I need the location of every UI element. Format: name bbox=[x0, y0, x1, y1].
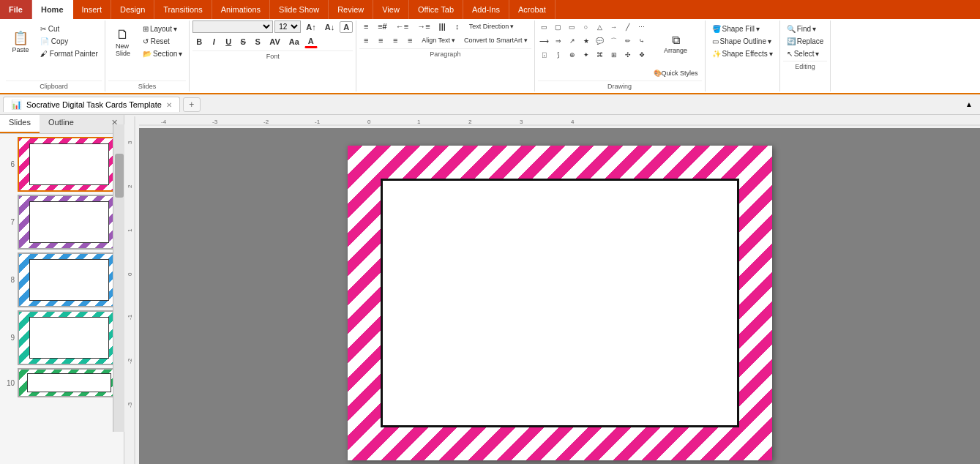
center-button[interactable]: ≡ bbox=[374, 34, 387, 46]
slide-thumb-7[interactable] bbox=[18, 195, 121, 250]
section-button[interactable]: 📂 Section ▾ bbox=[139, 48, 186, 59]
bullets-button[interactable]: ≡ bbox=[359, 20, 373, 32]
align-right-button[interactable]: ≡ bbox=[389, 34, 402, 46]
tab-officetab[interactable]: Office Tab bbox=[409, 0, 463, 19]
tab-slideshow[interactable]: Slide Show bbox=[270, 0, 329, 19]
shape-triangle[interactable]: △ bbox=[594, 20, 607, 34]
slide-thumb-10[interactable] bbox=[18, 368, 121, 397]
tab-design[interactable]: Design bbox=[111, 0, 154, 19]
shape-outline-button[interactable]: ▭ Shape Outline ▾ bbox=[708, 36, 777, 47]
shape-arrow4[interactable]: ↗ bbox=[566, 34, 579, 48]
shape-arrow[interactable]: → bbox=[607, 20, 621, 34]
shape-fill-button[interactable]: 🪣 Shape Fill ▾ bbox=[708, 23, 777, 34]
slide-thumb-6[interactable] bbox=[18, 137, 121, 192]
tab-insert[interactable]: Insert bbox=[73, 0, 112, 19]
shape-misc7[interactable]: ✣ bbox=[621, 48, 635, 61]
shape-effects-button[interactable]: ✨ Shape Effects ▾ bbox=[708, 48, 777, 59]
tab-home[interactable]: Home bbox=[32, 0, 73, 19]
underline-button[interactable]: U bbox=[222, 36, 235, 48]
ribbon-collapse-button[interactable]: ▲ bbox=[961, 99, 977, 110]
shape-misc3[interactable]: ⊕ bbox=[566, 48, 579, 61]
main-slide[interactable] bbox=[348, 146, 772, 460]
slide-item-8[interactable]: 8 bbox=[3, 252, 121, 307]
shape-freeform[interactable]: ✏ bbox=[621, 34, 635, 48]
tab-file[interactable]: File bbox=[0, 0, 32, 19]
slide-item-9[interactable]: 9 bbox=[3, 310, 121, 365]
tab-transitions[interactable]: Transitions bbox=[154, 0, 212, 19]
strikethrough-button[interactable]: S bbox=[236, 36, 250, 48]
outline-tab[interactable]: Outline bbox=[40, 115, 83, 133]
increase-font-size-button[interactable]: A↑ bbox=[302, 21, 319, 33]
tab-addins[interactable]: Add-Ins bbox=[463, 0, 509, 19]
font-color-button[interactable]: A bbox=[304, 35, 318, 48]
shape-oval[interactable]: ○ bbox=[580, 20, 593, 34]
shape-misc6[interactable]: ⊞ bbox=[607, 48, 621, 61]
slide-item-6[interactable]: 6 bbox=[3, 137, 121, 192]
shape-line[interactable]: ╱ bbox=[621, 20, 635, 34]
shape-misc8[interactable]: ❖ bbox=[635, 48, 648, 61]
reset-button[interactable]: ↺ Reset bbox=[139, 36, 186, 47]
columns-button[interactable]: ||| bbox=[435, 20, 449, 32]
italic-button[interactable]: I bbox=[207, 36, 220, 48]
tab-acrobat[interactable]: Acrobat bbox=[509, 0, 556, 19]
arrange-label: Arrange bbox=[664, 47, 687, 54]
shape-misc5[interactable]: ⌘ bbox=[594, 48, 607, 61]
shape-curve[interactable]: ⌒ bbox=[607, 34, 621, 48]
shape-callout[interactable]: 💬 bbox=[594, 34, 607, 48]
slides-tab[interactable]: Slides bbox=[0, 115, 40, 133]
shape-rect3[interactable]: ▭ bbox=[566, 20, 579, 34]
shape-misc4[interactable]: ✦ bbox=[580, 48, 593, 61]
copy-button[interactable]: 📄 Copy bbox=[37, 36, 102, 47]
font-family-select[interactable] bbox=[192, 20, 273, 33]
slide-thumb-9[interactable] bbox=[18, 310, 121, 365]
shape-misc2[interactable]: ⟆ bbox=[552, 48, 565, 61]
doc-tab-close-button[interactable]: ✕ bbox=[166, 101, 172, 109]
justify-button[interactable]: ≡ bbox=[403, 34, 416, 46]
line-spacing-button[interactable]: ↕ bbox=[451, 20, 464, 32]
align-text-button[interactable]: Align Text ▾ bbox=[418, 35, 459, 45]
shape-arrow3[interactable]: ⇒ bbox=[552, 34, 565, 48]
tab-animations[interactable]: Animations bbox=[212, 0, 270, 19]
tab-review[interactable]: Review bbox=[329, 0, 373, 19]
shape-rect2[interactable]: ▢ bbox=[552, 20, 565, 34]
new-slide-button[interactable]: 🗋 NewSlide bbox=[108, 20, 138, 64]
slide-thumb-8[interactable] bbox=[18, 252, 121, 307]
increase-indent-button[interactable]: →≡ bbox=[414, 20, 433, 32]
char-spacing-button[interactable]: AV bbox=[266, 36, 283, 48]
slides-scrollbar[interactable] bbox=[113, 124, 124, 432]
select-button[interactable]: ↖ Select ▾ bbox=[783, 48, 828, 59]
change-case-button[interactable]: Aa bbox=[285, 36, 303, 48]
document-tab[interactable]: 📊 Socrative Digital Task Cards Template … bbox=[3, 97, 180, 112]
scrollbar-thumb[interactable] bbox=[115, 154, 124, 198]
decrease-indent-button[interactable]: ←≡ bbox=[392, 20, 412, 32]
slide-content-box[interactable] bbox=[381, 179, 739, 427]
tab-view[interactable]: View bbox=[373, 0, 409, 19]
clear-format-button[interactable]: A bbox=[340, 21, 353, 33]
arrange-button[interactable]: ⧉ Arrange bbox=[650, 22, 702, 66]
shape-misc1[interactable]: ⌺ bbox=[538, 48, 551, 61]
slide-area[interactable] bbox=[139, 116, 980, 464]
paste-button[interactable]: 📋 Paste bbox=[6, 20, 35, 64]
shape-star[interactable]: ★ bbox=[580, 34, 593, 48]
find-button[interactable]: 🔍 Find ▾ bbox=[783, 23, 828, 34]
shape-connector[interactable]: ⤷ bbox=[635, 34, 648, 48]
decrease-font-size-button[interactable]: A↓ bbox=[321, 21, 338, 33]
slide-item-10[interactable]: 10 bbox=[3, 368, 121, 397]
replace-button[interactable]: 🔄 Replace bbox=[783, 36, 828, 47]
shadow-button[interactable]: S bbox=[251, 36, 264, 48]
numbering-button[interactable]: ≡# bbox=[374, 20, 391, 32]
shape-rect[interactable]: ▭ bbox=[538, 20, 551, 34]
shape-arrow2[interactable]: ⟶ bbox=[538, 34, 551, 48]
text-direction-button[interactable]: Text Direction ▾ bbox=[465, 21, 518, 31]
format-painter-button[interactable]: 🖌 Format Painter bbox=[37, 48, 102, 59]
layout-button[interactable]: ⊞ Layout ▾ bbox=[139, 23, 186, 34]
slide-item-7[interactable]: 7 bbox=[3, 195, 121, 250]
new-doc-tab-button[interactable]: + bbox=[183, 97, 201, 112]
align-left-button[interactable]: ≡ bbox=[359, 34, 373, 46]
cut-button[interactable]: ✂ Cut bbox=[37, 23, 102, 34]
quick-styles-button[interactable]: 🎨 Quick Styles bbox=[650, 67, 702, 79]
bold-button[interactable]: B bbox=[192, 36, 206, 48]
convert-smartart-button[interactable]: Convert to SmartArt ▾ bbox=[460, 35, 531, 45]
shape-more[interactable]: ⋯ bbox=[635, 20, 648, 34]
font-size-select[interactable]: 12 bbox=[274, 20, 301, 33]
